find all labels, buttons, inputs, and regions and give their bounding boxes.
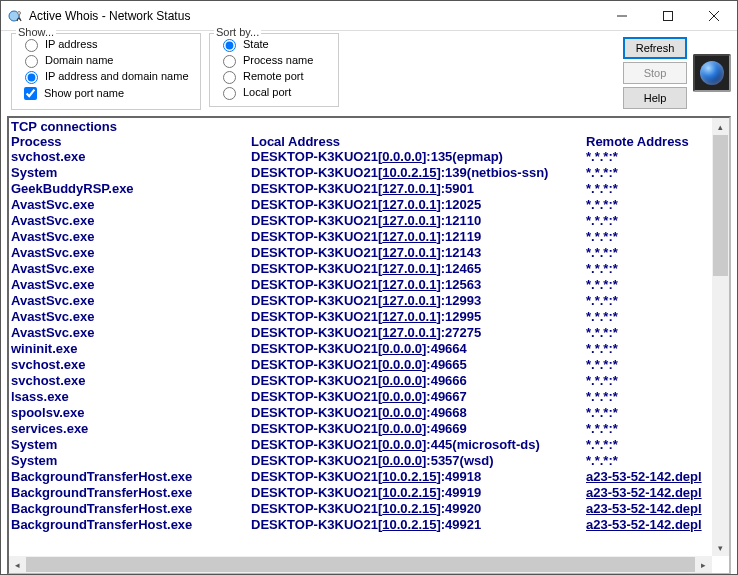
ip-link[interactable]: 127.0.0.1 — [382, 261, 436, 276]
table-row[interactable]: AvastSvc.exeDESKTOP-K3KUO21[127.0.0.1]:1… — [11, 197, 710, 213]
maximize-button[interactable] — [645, 1, 691, 30]
ip-link[interactable]: 0.0.0.0 — [382, 389, 422, 404]
cell-remote-address: *.*.*:* — [586, 341, 710, 357]
table-row[interactable]: SystemDESKTOP-K3KUO21[0.0.0.0]:5357(wsd)… — [11, 453, 710, 469]
cell-local-address: DESKTOP-K3KUO21[127.0.0.1]:5901 — [251, 181, 586, 197]
scroll-left-button[interactable]: ◂ — [9, 556, 26, 573]
ip-link[interactable]: 10.0.2.15 — [382, 501, 436, 516]
stop-button[interactable]: Stop — [623, 62, 687, 84]
table-row[interactable]: wininit.exeDESKTOP-K3KUO21[0.0.0.0]:4966… — [11, 341, 710, 357]
radio-ip-address[interactable]: IP address — [20, 36, 192, 52]
ip-link[interactable]: 127.0.0.1 — [382, 197, 436, 212]
table-row[interactable]: AvastSvc.exeDESKTOP-K3KUO21[127.0.0.1]:1… — [11, 245, 710, 261]
ip-link[interactable]: 10.0.2.15 — [382, 469, 436, 484]
checkbox-show-port-name[interactable]: Show port name — [20, 84, 192, 103]
ip-link[interactable]: 127.0.0.1 — [382, 213, 436, 228]
ip-link[interactable]: 0.0.0.0 — [382, 149, 422, 164]
table-row[interactable]: AvastSvc.exeDESKTOP-K3KUO21[127.0.0.1]:1… — [11, 229, 710, 245]
table-row[interactable]: BackgroundTransferHost.exeDESKTOP-K3KUO2… — [11, 485, 710, 501]
radio-domain-name[interactable]: Domain name — [20, 52, 192, 68]
cell-remote-address: *.*.*:* — [586, 293, 710, 309]
ip-link[interactable]: 10.0.2.15 — [382, 517, 436, 532]
ip-link[interactable]: 10.0.2.15 — [382, 165, 436, 180]
cell-process: spoolsv.exe — [11, 405, 251, 421]
cell-remote-address: *.*.*:* — [586, 437, 710, 453]
table-row[interactable]: BackgroundTransferHost.exeDESKTOP-K3KUO2… — [11, 501, 710, 517]
table-row[interactable]: GeekBuddyRSP.exeDESKTOP-K3KUO21[127.0.0.… — [11, 181, 710, 197]
horizontal-scrollbar[interactable]: ◂ ▸ — [9, 556, 712, 573]
table-row[interactable]: SystemDESKTOP-K3KUO21[10.0.2.15]:139(net… — [11, 165, 710, 181]
ip-link[interactable]: 127.0.0.1 — [382, 277, 436, 292]
cell-local-address: DESKTOP-K3KUO21[0.0.0.0]:135(epmap) — [251, 149, 586, 165]
cell-remote-address: *.*.*:* — [586, 197, 710, 213]
radio-sort-process[interactable]: Process name — [218, 52, 330, 68]
status-orb-icon — [693, 54, 731, 92]
cell-remote-address: *.*.*:* — [586, 389, 710, 405]
cell-local-address: DESKTOP-K3KUO21[10.0.2.15]:49921 — [251, 517, 586, 533]
table-row[interactable]: SystemDESKTOP-K3KUO21[0.0.0.0]:445(micro… — [11, 437, 710, 453]
table-row[interactable]: BackgroundTransferHost.exeDESKTOP-K3KUO2… — [11, 517, 710, 533]
ip-link[interactable]: 10.0.2.15 — [382, 485, 436, 500]
table-row[interactable]: AvastSvc.exeDESKTOP-K3KUO21[127.0.0.1]:1… — [11, 213, 710, 229]
ip-link[interactable]: 0.0.0.0 — [382, 373, 422, 388]
scroll-right-button[interactable]: ▸ — [695, 556, 712, 573]
scroll-thumb[interactable] — [26, 557, 695, 572]
table-row[interactable]: BackgroundTransferHost.exeDESKTOP-K3KUO2… — [11, 469, 710, 485]
radio-sort-state[interactable]: State — [218, 36, 330, 52]
ip-link[interactable]: 0.0.0.0 — [382, 341, 422, 356]
ip-link[interactable]: 127.0.0.1 — [382, 309, 436, 324]
ip-link[interactable]: 127.0.0.1 — [382, 181, 436, 196]
scroll-up-button[interactable]: ▴ — [712, 118, 729, 135]
show-group: Show... IP address Domain name IP addres… — [11, 33, 201, 110]
remote-link[interactable]: a23-53-52-142.depl — [586, 501, 702, 516]
table-row[interactable]: AvastSvc.exeDESKTOP-K3KUO21[127.0.0.1]:1… — [11, 293, 710, 309]
connections-list[interactable]: TCP connections Process Local Address Re… — [9, 118, 712, 556]
ip-link[interactable]: 127.0.0.1 — [382, 325, 436, 340]
remote-link[interactable]: a23-53-52-142.depl — [586, 485, 702, 500]
svg-rect-4 — [664, 11, 673, 20]
cell-local-address: DESKTOP-K3KUO21[127.0.0.1]:12993 — [251, 293, 586, 309]
ip-link[interactable]: 127.0.0.1 — [382, 229, 436, 244]
cell-local-address: DESKTOP-K3KUO21[127.0.0.1]:27275 — [251, 325, 586, 341]
vertical-scrollbar[interactable]: ▴ ▾ — [712, 118, 729, 556]
help-button[interactable]: Help — [623, 87, 687, 109]
close-button[interactable] — [691, 1, 737, 30]
radio-ip-and-domain[interactable]: IP address and domain name — [20, 68, 192, 84]
table-row[interactable]: spoolsv.exeDESKTOP-K3KUO21[0.0.0.0]:4966… — [11, 405, 710, 421]
cell-local-address: DESKTOP-K3KUO21[127.0.0.1]:12995 — [251, 309, 586, 325]
table-row[interactable]: lsass.exeDESKTOP-K3KUO21[0.0.0.0]:49667*… — [11, 389, 710, 405]
cell-process: AvastSvc.exe — [11, 245, 251, 261]
minimize-button[interactable] — [599, 1, 645, 30]
table-row[interactable]: svchost.exeDESKTOP-K3KUO21[0.0.0.0]:4966… — [11, 373, 710, 389]
radio-label: IP address and domain name — [45, 69, 189, 84]
refresh-button[interactable]: Refresh — [623, 37, 687, 59]
ip-link[interactable]: 0.0.0.0 — [382, 421, 422, 436]
remote-link[interactable]: a23-53-52-142.depl — [586, 469, 702, 484]
radio-sort-local-port[interactable]: Local port — [218, 84, 330, 100]
scroll-thumb[interactable] — [713, 135, 728, 276]
table-row[interactable]: AvastSvc.exeDESKTOP-K3KUO21[127.0.0.1]:1… — [11, 261, 710, 277]
table-row[interactable]: AvastSvc.exeDESKTOP-K3KUO21[127.0.0.1]:2… — [11, 325, 710, 341]
table-row[interactable]: services.exeDESKTOP-K3KUO21[0.0.0.0]:496… — [11, 421, 710, 437]
radio-sort-remote-port[interactable]: Remote port — [218, 68, 330, 84]
scroll-down-button[interactable]: ▾ — [712, 539, 729, 556]
cell-remote-address: a23-53-52-142.depl — [586, 517, 710, 533]
scroll-track[interactable] — [26, 556, 695, 573]
table-row[interactable]: AvastSvc.exeDESKTOP-K3KUO21[127.0.0.1]:1… — [11, 309, 710, 325]
ip-link[interactable]: 0.0.0.0 — [382, 405, 422, 420]
scroll-track[interactable] — [712, 135, 729, 539]
ip-link[interactable]: 0.0.0.0 — [382, 437, 422, 452]
cell-remote-address: *.*.*:* — [586, 229, 710, 245]
ip-link[interactable]: 127.0.0.1 — [382, 245, 436, 260]
cell-process: AvastSvc.exe — [11, 293, 251, 309]
titlebar[interactable]: Active Whois - Network Status — [1, 1, 737, 31]
cell-remote-address: *.*.*:* — [586, 325, 710, 341]
ip-link[interactable]: 0.0.0.0 — [382, 357, 422, 372]
ip-link[interactable]: 0.0.0.0 — [382, 453, 422, 468]
table-row[interactable]: svchost.exeDESKTOP-K3KUO21[0.0.0.0]:135(… — [11, 149, 710, 165]
remote-link[interactable]: a23-53-52-142.depl — [586, 517, 702, 532]
checkbox-label: Show port name — [44, 86, 124, 101]
ip-link[interactable]: 127.0.0.1 — [382, 293, 436, 308]
table-row[interactable]: svchost.exeDESKTOP-K3KUO21[0.0.0.0]:4966… — [11, 357, 710, 373]
table-row[interactable]: AvastSvc.exeDESKTOP-K3KUO21[127.0.0.1]:1… — [11, 277, 710, 293]
